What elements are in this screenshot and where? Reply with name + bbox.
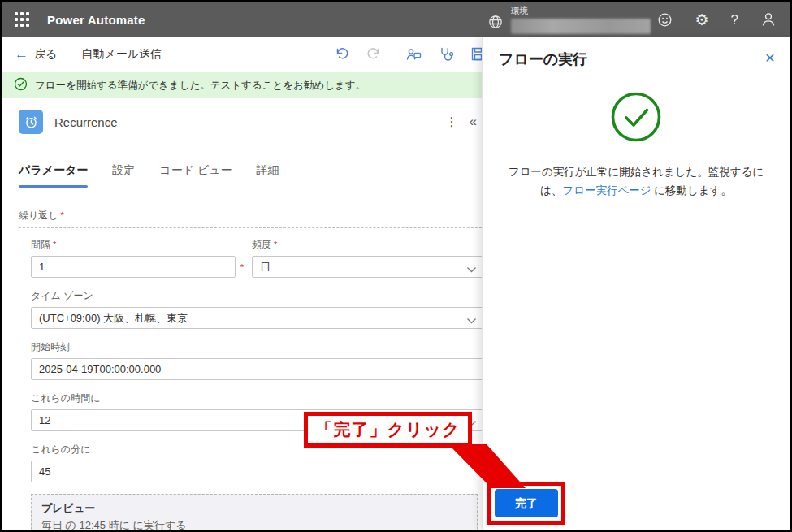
more-options-icon[interactable]: ⋮ xyxy=(435,115,470,129)
frequency-label: 頻度* xyxy=(252,238,482,252)
copilot-icon[interactable] xyxy=(405,46,422,66)
success-check-icon xyxy=(483,90,790,147)
notification-message: フローを開始する準備ができました。テストすることをお勧めします。 xyxy=(35,79,366,93)
account-person-icon[interactable] xyxy=(760,11,777,28)
undo-icon[interactable] xyxy=(334,46,349,65)
recurrence-preview: プレビュー 毎日 の 12:45 時に に実行する xyxy=(31,494,478,530)
collapse-panel-icon[interactable]: « xyxy=(470,114,477,130)
panel-title: フローの実行 xyxy=(499,50,587,69)
frequency-select[interactable]: 日 xyxy=(252,256,482,278)
flow-runs-page-link[interactable]: フロー実行ページ xyxy=(562,184,651,197)
tab-settings[interactable]: 設定 xyxy=(112,163,135,181)
at-these-minutes-input[interactable]: 45 xyxy=(31,461,482,482)
done-button[interactable]: 完了 xyxy=(495,489,558,517)
timezone-label: タイム ゾーン xyxy=(31,289,482,303)
annotation-arrow xyxy=(441,441,539,491)
check-circle-icon xyxy=(14,77,28,94)
chevron-down-icon xyxy=(466,262,477,277)
timezone-select[interactable]: (UTC+09:00) 大阪、札幌、東京 xyxy=(31,307,482,329)
tab-about[interactable]: 詳細 xyxy=(257,163,279,181)
chevron-down-icon xyxy=(466,314,477,328)
annotation-callout: 「完了」クリック xyxy=(304,412,472,448)
interval-label: 間隔* xyxy=(31,238,236,252)
annotation-text: 「完了」クリック xyxy=(316,418,461,441)
app-title: Power Automate xyxy=(47,13,145,27)
flow-checker-icon[interactable] xyxy=(438,46,454,66)
preview-label: プレビュー xyxy=(41,501,467,516)
designer-toolbar: ← 戻る 自動メール送信 xyxy=(2,37,482,72)
save-icon[interactable] xyxy=(470,46,482,65)
back-button[interactable]: ← 戻る xyxy=(15,46,57,63)
start-time-input[interactable]: 2025-04-19T00:00:00.000 xyxy=(31,358,482,380)
action-title: Recurrence xyxy=(54,115,118,129)
panel-message: フローの実行が正常に開始されました。監視するには、フロー実行ページ に移動します… xyxy=(499,163,773,201)
environment-label: 環境 xyxy=(511,6,651,16)
interval-input[interactable]: 1 xyxy=(31,256,236,278)
app-header: Power Automate 環境 ⚙ ? xyxy=(2,2,790,37)
environment-icon xyxy=(487,14,504,33)
at-these-hours-label: これらの時間に xyxy=(31,391,482,405)
recurrence-group-label: 繰り返し* xyxy=(19,209,482,223)
success-notification-bar: フローを開始する準備ができました。テストすることをお勧めします。 xyxy=(2,72,482,98)
recurrence-clock-icon xyxy=(19,110,43,134)
designer-canvas: ← 戻る 自動メール送信 xyxy=(2,37,482,530)
back-arrow-icon: ← xyxy=(15,46,28,63)
environment-name-redacted xyxy=(511,19,651,34)
screenshot-frame: Power Automate 環境 ⚙ ? xyxy=(0,0,792,532)
settings-gear-icon[interactable]: ⚙ xyxy=(695,12,708,28)
help-icon[interactable]: ? xyxy=(731,13,738,27)
recurrence-card: Recurrence ⋮ « パラメーター 設定 コード ビュー 詳細 繰り返し… xyxy=(2,110,482,530)
tab-code-view[interactable]: コード ビュー xyxy=(159,163,232,181)
redo-icon[interactable] xyxy=(366,46,382,65)
action-tabs: パラメーター 設定 コード ビュー 詳細 xyxy=(19,163,482,181)
flow-name[interactable]: 自動メール送信 xyxy=(81,47,162,62)
recurrence-parameter-group: 間隔* 1 * 頻度* 日 xyxy=(19,227,482,530)
preview-text: 毎日 の 12:45 時に に実行する xyxy=(41,518,467,530)
close-icon[interactable]: × xyxy=(765,50,775,66)
start-time-label: 開始時刻 xyxy=(31,340,482,354)
workspace: ← 戻る 自動メール送信 xyxy=(2,37,790,530)
waffle-menu-icon[interactable] xyxy=(15,12,29,27)
tab-parameters[interactable]: パラメーター xyxy=(19,163,88,181)
environment-picker[interactable]: 環境 xyxy=(487,6,651,34)
feedback-smiley-icon[interactable] xyxy=(657,12,673,28)
